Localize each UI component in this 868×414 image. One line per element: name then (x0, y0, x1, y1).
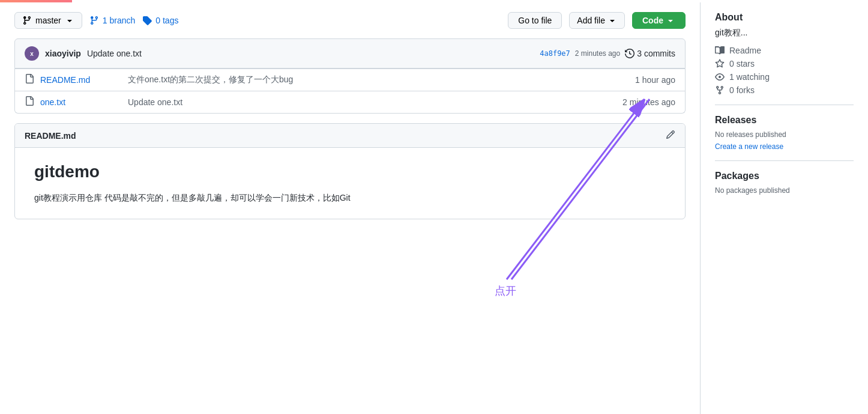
branch-button[interactable]: master (14, 12, 82, 29)
branch-icon (22, 16, 32, 25)
history-icon (625, 49, 634, 58)
commit-author[interactable]: xiaoyivip (45, 49, 81, 58)
star-icon (715, 59, 725, 68)
about-text: git教程... (715, 28, 854, 38)
commit-message: Update one.txt (87, 49, 142, 58)
add-file-button[interactable]: Add file (569, 12, 625, 29)
file-readme-link[interactable]: README.md (40, 75, 112, 85)
sidebar-divider-2 (715, 160, 854, 161)
file-onetxt-commit: Update one.txt (128, 97, 616, 107)
commits-count-link[interactable]: 3 commits (625, 49, 675, 58)
readme-box: README.md gitdemo git教程演示用仓库 代码是敲不完的，但是多… (14, 123, 686, 219)
branch-count: 1 branch (103, 16, 135, 25)
readme-meta: Readme (715, 46, 854, 55)
releases-title: Releases (715, 115, 854, 126)
commit-meta: 4a8f9e7 2 minutes ago 3 commits (540, 49, 675, 58)
packages-title: Packages (715, 171, 854, 181)
file-icon (25, 74, 34, 86)
code-chevron-icon (666, 16, 675, 25)
stars-meta: 0 stars (715, 59, 854, 68)
eye-icon (715, 72, 725, 82)
sidebar-divider (715, 105, 854, 105)
svg-text:点开: 点开 (495, 285, 516, 297)
tags-count-link[interactable]: 0 tags (142, 16, 178, 25)
no-releases-text: No releases published (715, 130, 854, 139)
git-branch-icon (89, 16, 99, 25)
toolbar: master 1 branch 0 tags Go to file (14, 12, 686, 29)
file-row: README.md 文件one.txt的第二次提交，修复了一个大bug 1 ho… (15, 68, 685, 91)
file-readme-time: 1 hour ago (635, 75, 675, 85)
stars-count[interactable]: 0 stars (729, 59, 755, 68)
branch-count-link[interactable]: 1 branch (89, 16, 135, 25)
no-packages-text: No packages published (715, 186, 854, 195)
file-onetxt-time: 2 minutes ago (622, 97, 675, 107)
forks-count[interactable]: 0 forks (729, 85, 755, 95)
readme-header: README.md (15, 124, 685, 148)
file-readme-commit: 文件one.txt的第二次提交，修复了一个大bug (128, 75, 629, 85)
edit-icon[interactable] (666, 130, 675, 141)
tags-count: 0 tags (155, 16, 178, 25)
watchers-meta: 1 watching (715, 72, 854, 82)
readme-link[interactable]: Readme (729, 46, 761, 55)
add-file-chevron-icon (607, 16, 617, 25)
avatar: x (25, 46, 39, 61)
readme-wrapper: README.md gitdemo git教程演示用仓库 代码是敲不完的，但是多… (14, 123, 686, 219)
book-icon (715, 46, 725, 55)
sidebar: About git教程... Readme 0 stars 1 watching… (700, 2, 868, 414)
file-onetxt-link[interactable]: one.txt (40, 97, 112, 107)
readme-body: git教程演示用仓库 代码是敲不完的，但是多敲几遍，却可以学会一门新技术，比如G… (34, 191, 666, 204)
fork-icon (715, 85, 725, 95)
watchers-count[interactable]: 1 watching (729, 72, 770, 82)
commit-row: x xiaoyivip Update one.txt 4a8f9e7 2 min… (14, 38, 686, 68)
code-button[interactable]: Code (632, 12, 686, 29)
readme-content: gitdemo git教程演示用仓库 代码是敲不完的，但是多敲几遍，却可以学会一… (15, 148, 685, 219)
file-table: README.md 文件one.txt的第二次提交，修复了一个大bug 1 ho… (14, 68, 686, 114)
readme-heading: gitdemo (34, 162, 666, 181)
tag-icon (142, 16, 152, 25)
chevron-down-icon (65, 16, 74, 25)
readme-title: README.md (25, 131, 76, 141)
create-release-link[interactable]: Create a new release (715, 142, 783, 151)
about-title: About (715, 12, 854, 23)
branch-label: master (35, 16, 61, 25)
file-icon (25, 96, 34, 108)
forks-meta: 0 forks (715, 85, 854, 95)
commit-time: 2 minutes ago (575, 49, 620, 58)
goto-file-button[interactable]: Go to file (508, 12, 562, 29)
file-row: one.txt Update one.txt 2 minutes ago (15, 91, 685, 113)
commit-hash[interactable]: 4a8f9e7 (540, 49, 570, 58)
